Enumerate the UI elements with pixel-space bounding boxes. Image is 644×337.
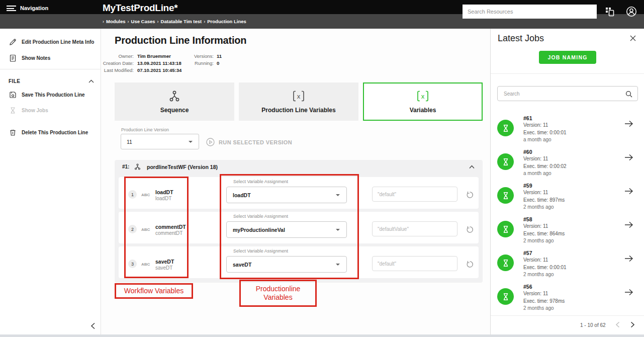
breadcrumb-separator: › bbox=[157, 19, 159, 24]
job-version: Version: 11 bbox=[523, 291, 548, 296]
chevron-down-icon bbox=[189, 141, 193, 143]
sidebar-item-label: Delete This Production Line bbox=[22, 130, 88, 135]
type-abc-label: ABC bbox=[141, 227, 150, 232]
tab-variables[interactable]: x Variables bbox=[363, 82, 483, 121]
section-title: Production Line Information bbox=[115, 35, 246, 46]
job-exec-time: Exec. time: 0:00:02 bbox=[523, 163, 567, 169]
breadcrumb-modules[interactable]: Modules bbox=[106, 19, 126, 24]
job-age: 2 months ago bbox=[523, 272, 554, 277]
jobs-divider bbox=[491, 73, 644, 74]
job-version: Version: 11 bbox=[523, 257, 548, 263]
workflow-header[interactable]: #1: pordlineTestWF (Version 18) bbox=[115, 160, 483, 175]
job-item-56[interactable]: #56 Version: 11 Exec. time: 978ms 2 mont… bbox=[491, 281, 644, 314]
collapse-panel-icon[interactable] bbox=[469, 165, 475, 169]
sidebar-item-save-production-line[interactable]: Save This Production Line bbox=[0, 87, 101, 102]
breadcrumb-use-cases[interactable]: Use Cases bbox=[131, 19, 155, 24]
hourglass-icon bbox=[9, 106, 17, 115]
run-button-label: RUN SELECTED VERSION bbox=[219, 139, 292, 145]
row-number: 1 bbox=[128, 190, 137, 199]
search-resources-box bbox=[463, 5, 597, 19]
job-id: #58 bbox=[523, 216, 532, 222]
job-item-60[interactable]: #60 Version: 11 Exec. time: 0:00:02 a mo… bbox=[491, 146, 644, 180]
sidebar-section-file[interactable]: FILE bbox=[9, 78, 94, 84]
annotation-text: Workflow Variables bbox=[124, 287, 184, 295]
arrow-right-icon[interactable] bbox=[624, 187, 634, 195]
breadcrumb-datatable[interactable]: Datatable Tim test bbox=[161, 19, 202, 24]
navigation-label[interactable]: Navigation bbox=[20, 5, 48, 11]
job-status-icon bbox=[497, 153, 514, 170]
arrow-right-icon[interactable] bbox=[624, 221, 634, 229]
svg-text:x: x bbox=[421, 93, 425, 100]
sidebar-item-delete-production-line[interactable]: Delete This Production Line bbox=[0, 125, 101, 140]
arrow-right-icon[interactable] bbox=[624, 288, 634, 296]
running-value: 0 bbox=[217, 60, 219, 66]
sidebar-item-show-notes[interactable]: Show Notes bbox=[0, 50, 101, 65]
assignment-value: myProductionlineVal bbox=[233, 227, 285, 233]
search-resources-input[interactable] bbox=[463, 5, 597, 19]
row-number: 3 bbox=[128, 260, 137, 268]
breadcrumb-separator: › bbox=[128, 19, 129, 24]
page-next-icon[interactable] bbox=[630, 321, 637, 328]
breadcrumb: ›Modules ›Use Cases ›Datatable Tim test … bbox=[103, 19, 246, 24]
arrow-right-icon[interactable] bbox=[624, 120, 634, 128]
default-value-input[interactable] bbox=[372, 187, 457, 202]
breadcrumb-separator: › bbox=[103, 19, 104, 24]
notes-icon bbox=[9, 54, 17, 62]
job-exec-time: Exec. time: 0:00:01 bbox=[523, 130, 567, 135]
default-value-input[interactable] bbox=[372, 256, 457, 271]
job-item-57[interactable]: #57 Version: 11 Exec. time: 0:00:01 2 mo… bbox=[491, 247, 644, 281]
last-modified-label: Last Modified: bbox=[102, 67, 134, 73]
chevron-down-icon bbox=[336, 264, 340, 266]
collapse-sidebar-icon[interactable] bbox=[90, 322, 99, 330]
account-icon[interactable] bbox=[626, 6, 637, 17]
job-item-59[interactable]: #59 Version: 11 Exec. time: 897ms 2 mont… bbox=[491, 180, 644, 213]
job-age: 2 months ago bbox=[523, 238, 554, 243]
bottom-scrollbar-track[interactable] bbox=[0, 334, 644, 337]
last-modified-value: 07.10.2021 10:45:34 bbox=[137, 67, 181, 73]
arrow-right-icon[interactable] bbox=[624, 255, 634, 263]
creation-date-label: Creation Date: bbox=[102, 60, 134, 66]
tab-sequence[interactable]: Sequence bbox=[115, 82, 234, 121]
job-status-icon bbox=[497, 221, 514, 237]
job-item-58[interactable]: #58 Version: 11 Exec. time: 864ms 2 mont… bbox=[491, 213, 644, 247]
sidebar: Edit Production Line Meta Info Show Note… bbox=[0, 29, 101, 334]
arrow-right-icon[interactable] bbox=[624, 153, 634, 161]
variable-assignment-select[interactable]: myProductionlineVal bbox=[226, 221, 347, 238]
chevron-down-icon bbox=[336, 194, 340, 196]
page-previous-icon[interactable] bbox=[615, 321, 622, 328]
job-exec-time: Exec. time: 897ms bbox=[523, 197, 565, 203]
reset-icon[interactable] bbox=[466, 225, 474, 234]
reset-icon[interactable] bbox=[466, 191, 474, 199]
assignment-label: Select Variable Assignment bbox=[233, 179, 288, 184]
sidebar-item-label: Show Jobs bbox=[22, 108, 48, 113]
workflow-icon bbox=[134, 163, 141, 171]
sidebar-item-label: Show Notes bbox=[22, 55, 50, 61]
variable-assignment-select[interactable]: saveDT bbox=[226, 256, 347, 273]
jobs-search-input[interactable] bbox=[498, 87, 637, 101]
reset-icon[interactable] bbox=[466, 260, 474, 269]
running-label: Running: bbox=[172, 60, 214, 66]
variable-subname: loadDT bbox=[155, 196, 171, 201]
hamburger-menu-icon[interactable] bbox=[7, 6, 16, 12]
job-item-61[interactable]: #61 Version: 11 Exec. time: 0:00:01 a mo… bbox=[491, 112, 644, 146]
default-value-input[interactable] bbox=[372, 221, 457, 236]
workflow-index: #1: bbox=[122, 164, 129, 170]
sidebar-item-edit-meta[interactable]: Edit Production Line Meta Info bbox=[0, 34, 101, 49]
run-selected-version-button[interactable]: RUN SELECTED VERSION bbox=[206, 138, 292, 146]
sidebar-item-label: Edit Production Line Meta Info bbox=[22, 39, 94, 45]
variables-icon: x bbox=[291, 90, 306, 103]
close-icon[interactable] bbox=[629, 35, 636, 42]
breadcrumb-production-lines[interactable]: Production Lines bbox=[207, 19, 246, 24]
sidebar-item-show-jobs[interactable]: Show Jobs bbox=[0, 103, 101, 118]
owner-value: Tim Bruemmer bbox=[137, 53, 171, 59]
variable-name: loadDT bbox=[155, 189, 173, 195]
version-select[interactable]: 11 bbox=[121, 134, 199, 149]
chevron-down-icon bbox=[336, 229, 340, 231]
sidebar-item-label: Save This Production Line bbox=[22, 92, 85, 98]
job-status-icon bbox=[497, 255, 514, 271]
modules-grid-icon[interactable] bbox=[604, 6, 615, 17]
job-naming-button[interactable]: JOB NAMING bbox=[539, 51, 596, 64]
job-version: Version: 11 bbox=[523, 223, 548, 229]
tab-production-line-variables[interactable]: x Production Line Variables bbox=[239, 82, 358, 121]
variable-assignment-select[interactable]: loadDT bbox=[226, 187, 347, 203]
